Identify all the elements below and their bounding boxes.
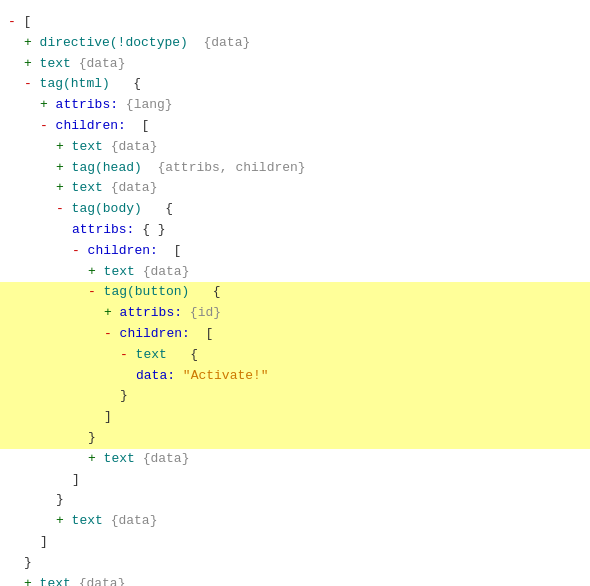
line-8: + text {data} <box>0 178 590 199</box>
line-1: + directive(!doctype) {data} <box>0 33 590 54</box>
line-16: - text { <box>0 345 590 366</box>
line-7: + tag(head) {attribs, children} <box>0 158 590 179</box>
line-23: } <box>0 490 590 511</box>
line-21: + text {data} <box>0 449 590 470</box>
line-22: ] <box>0 470 590 491</box>
line-12: + text {data} <box>0 262 590 283</box>
line-15: - children: [ <box>0 324 590 345</box>
line-10: attribs: { } <box>0 220 590 241</box>
line-3: - tag(html) { <box>0 74 590 95</box>
line-19: ] <box>0 407 590 428</box>
line-5: - children: [ <box>0 116 590 137</box>
line-13: - tag(button) { <box>0 282 590 303</box>
line-6: + text {data} <box>0 137 590 158</box>
line-20: } <box>0 428 590 449</box>
line-24: + text {data} <box>0 511 590 532</box>
code-view: - [+ directive(!doctype) {data}+ text {d… <box>0 8 590 586</box>
line-2: + text {data} <box>0 54 590 75</box>
line-17: data: "Activate!" <box>0 366 590 387</box>
line-25: ] <box>0 532 590 553</box>
line-0: - [ <box>0 12 590 33</box>
line-26: } <box>0 553 590 574</box>
line-4: + attribs: {lang} <box>0 95 590 116</box>
line-14: + attribs: {id} <box>0 303 590 324</box>
line-27: + text {data} <box>0 574 590 586</box>
line-11: - children: [ <box>0 241 590 262</box>
line-9: - tag(body) { <box>0 199 590 220</box>
line-18: } <box>0 386 590 407</box>
